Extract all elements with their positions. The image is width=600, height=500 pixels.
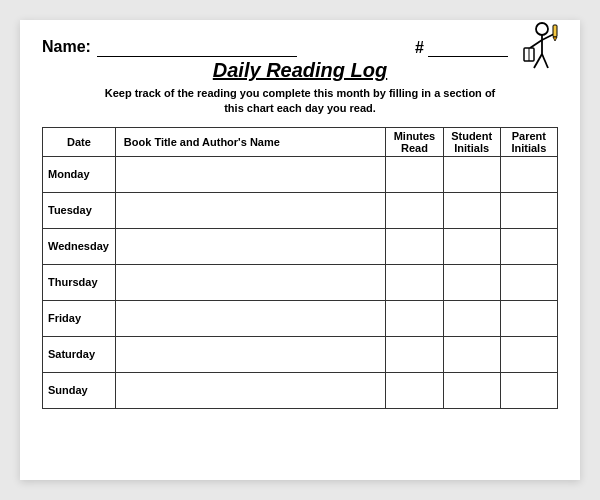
table-row: Tuesday xyxy=(43,192,558,228)
hash-label: # xyxy=(415,39,424,57)
day-cell: Tuesday xyxy=(43,192,116,228)
header-parent: ParentInitials xyxy=(500,127,557,156)
header-student: StudentInitials xyxy=(443,127,500,156)
table-row: Monday xyxy=(43,156,558,192)
minutes-cell[interactable] xyxy=(386,156,443,192)
student-initials-cell[interactable] xyxy=(443,156,500,192)
day-cell: Monday xyxy=(43,156,116,192)
hash-underline xyxy=(428,38,508,57)
table-row: Wednesday xyxy=(43,228,558,264)
header-book: Book Title and Author's Name xyxy=(115,127,386,156)
minutes-cell[interactable] xyxy=(386,264,443,300)
minutes-cell[interactable] xyxy=(386,336,443,372)
day-cell: Thursday xyxy=(43,264,116,300)
parent-initials-cell[interactable] xyxy=(500,192,557,228)
minutes-cell[interactable] xyxy=(386,192,443,228)
table-row: Thursday xyxy=(43,264,558,300)
name-underline xyxy=(97,38,297,57)
day-cell: Friday xyxy=(43,300,116,336)
parent-initials-cell[interactable] xyxy=(500,372,557,408)
name-label: Name: xyxy=(42,38,91,55)
parent-initials-cell[interactable] xyxy=(500,228,557,264)
table-row: Saturday xyxy=(43,336,558,372)
subtitle: Keep track of the reading you complete t… xyxy=(42,86,558,117)
student-initials-cell[interactable] xyxy=(443,192,500,228)
book-cell[interactable] xyxy=(115,372,386,408)
day-cell: Wednesday xyxy=(43,228,116,264)
book-cell[interactable] xyxy=(115,192,386,228)
page: Name: # Daily Reading Log Keep track of … xyxy=(20,20,580,480)
name-section: Name: xyxy=(42,38,297,57)
svg-point-0 xyxy=(536,23,548,35)
parent-initials-cell[interactable] xyxy=(500,264,557,300)
minutes-cell[interactable] xyxy=(386,372,443,408)
header-minutes: MinutesRead xyxy=(386,127,443,156)
book-cell[interactable] xyxy=(115,300,386,336)
parent-initials-cell[interactable] xyxy=(500,156,557,192)
hash-section: # xyxy=(415,38,508,57)
student-initials-cell[interactable] xyxy=(443,336,500,372)
table-row: Sunday xyxy=(43,372,558,408)
student-initials-cell[interactable] xyxy=(443,264,500,300)
header-line: Name: # xyxy=(42,38,558,57)
student-initials-cell[interactable] xyxy=(443,300,500,336)
book-cell[interactable] xyxy=(115,156,386,192)
day-cell: Sunday xyxy=(43,372,116,408)
book-cell[interactable] xyxy=(115,264,386,300)
header-date: Date xyxy=(43,127,116,156)
student-initials-cell[interactable] xyxy=(443,228,500,264)
book-cell[interactable] xyxy=(115,228,386,264)
table-header-row: Date Book Title and Author's Name Minute… xyxy=(43,127,558,156)
table-row: Friday xyxy=(43,300,558,336)
subtitle-text: Keep track of the reading you complete t… xyxy=(105,87,496,114)
reading-table: Date Book Title and Author's Name Minute… xyxy=(42,127,558,409)
parent-initials-cell[interactable] xyxy=(500,300,557,336)
student-initials-cell[interactable] xyxy=(443,372,500,408)
page-title: Daily Reading Log xyxy=(42,59,558,82)
day-cell: Saturday xyxy=(43,336,116,372)
svg-rect-4 xyxy=(553,25,557,37)
parent-initials-cell[interactable] xyxy=(500,336,557,372)
book-cell[interactable] xyxy=(115,336,386,372)
minutes-cell[interactable] xyxy=(386,300,443,336)
minutes-cell[interactable] xyxy=(386,228,443,264)
